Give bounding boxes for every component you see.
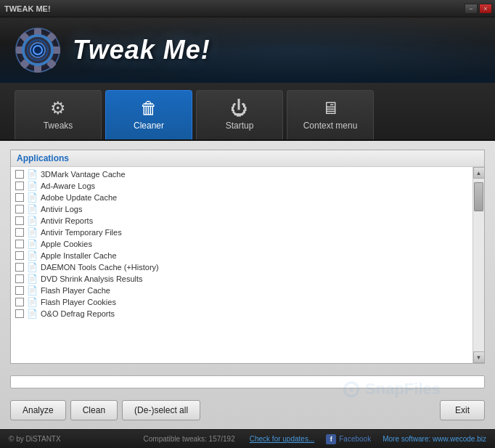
list-item-icon: 📄 — [27, 285, 38, 296]
list-checkbox[interactable] — [15, 274, 24, 283]
list-item-icon: 📄 — [27, 216, 38, 226]
list-item-label: Adobe Update Cache — [41, 193, 117, 202]
minimize-button[interactable]: − — [465, 4, 478, 14]
list-item-icon: 📄 — [27, 192, 38, 203]
list-item-icon: 📄 — [27, 204, 38, 214]
list-item[interactable]: 📄 Antivir Temporary Files — [11, 227, 472, 238]
list-checkbox[interactable] — [15, 298, 24, 306]
list-item[interactable]: 📄 Antivir Logs — [11, 203, 472, 215]
list-item[interactable]: 📄 Apple Cookies — [11, 238, 472, 250]
list-content[interactable]: 📄 3DMark Vantage Cache 📄 Ad-Aware Logs 📄… — [11, 167, 472, 363]
footer: © by DiSTANTX Compatible tweaks: 157/192… — [0, 429, 495, 448]
analyze-button[interactable]: Analyze — [10, 400, 66, 420]
list-item-label: O&O Defrag Reports — [41, 309, 115, 318]
tab-startup[interactable]: ⏻ Startup — [196, 90, 283, 139]
check-updates-link[interactable]: Check for updates... — [250, 435, 315, 443]
list-checkbox[interactable] — [15, 263, 24, 272]
list-item-label: Flash Player Cookies — [41, 298, 116, 306]
list-item[interactable]: 📄 Ad-Aware Logs — [11, 180, 472, 192]
list-item-label: Antivir Temporary Files — [41, 228, 122, 237]
list-item[interactable]: 📄 DAEMON Tools Cache (+History) — [11, 261, 472, 273]
scrollbar[interactable]: ▲ ▼ — [472, 167, 484, 363]
app-title: Tweak Me! — [73, 35, 210, 65]
scroll-track[interactable] — [473, 179, 484, 351]
list-item-icon: 📄 — [27, 274, 38, 284]
titlebar-title: TWEAK ME! — [4, 4, 51, 13]
list-item-icon: 📄 — [27, 227, 38, 237]
list-item[interactable]: 📄 Antivir Reports — [11, 215, 472, 227]
list-area: 📄 3DMark Vantage Cache 📄 Ad-Aware Logs 📄… — [11, 167, 484, 363]
list-checkbox[interactable] — [15, 240, 24, 248]
list-item[interactable]: 📄 3DMark Vantage Cache — [11, 168, 472, 180]
tab-context-menu[interactable]: 🖥 Context menu — [287, 90, 374, 139]
action-buttons: Analyze Clean (De-)select all Exit — [10, 400, 485, 420]
scroll-up-button[interactable]: ▲ — [473, 167, 485, 179]
scroll-thumb[interactable] — [474, 182, 483, 211]
list-item-icon: 📄 — [27, 251, 38, 261]
list-item-icon: 📄 — [27, 309, 38, 319]
list-checkbox[interactable] — [15, 170, 24, 179]
facebook-icon: f — [326, 434, 336, 444]
section-header: Applications — [11, 150, 484, 167]
list-item-label: Apple Installer Cache — [41, 251, 117, 260]
list-item-icon: 📄 — [27, 181, 38, 191]
list-checkbox[interactable] — [15, 205, 24, 213]
list-checkbox[interactable] — [15, 286, 24, 295]
facebook-label: Facebook — [339, 435, 371, 443]
tab-cleaner[interactable]: 🗑 Cleaner — [105, 90, 192, 139]
startup-icon: ⏻ — [231, 99, 248, 117]
titlebar: TWEAK ME! − × — [0, 0, 495, 17]
list-item-icon: 📄 — [27, 262, 38, 272]
deselect-all-button[interactable]: (De-)select all — [122, 400, 200, 420]
list-item[interactable]: 📄 DVD Shrink Analysis Results — [11, 273, 472, 285]
main-content: Applications 📄 3DMark Vantage Cache 📄 Ad… — [0, 141, 495, 429]
tweaks-icon: ⚙ — [50, 99, 66, 117]
list-item[interactable]: 📄 O&O Defrag Reports — [11, 308, 472, 319]
app-logo — [15, 27, 62, 74]
exit-button[interactable]: Exit — [440, 400, 485, 420]
tab-tweaks-label: Tweaks — [44, 121, 73, 131]
close-button[interactable]: × — [479, 4, 492, 14]
list-checkbox[interactable] — [15, 182, 24, 190]
list-item[interactable]: 📄 Apple Installer Cache — [11, 250, 472, 261]
titlebar-controls: − × — [465, 4, 492, 14]
list-item-label: Antivir Logs — [41, 205, 82, 213]
list-item-label: Flash Player Cache — [41, 286, 110, 295]
applications-section: Applications 📄 3DMark Vantage Cache 📄 Ad… — [10, 150, 485, 364]
list-item-icon: 📄 — [27, 169, 38, 179]
list-item[interactable]: 📄 Flash Player Cache — [11, 285, 472, 296]
list-item-label: DAEMON Tools Cache (+History) — [41, 263, 159, 272]
scroll-down-button[interactable]: ▼ — [473, 351, 485, 363]
list-checkbox[interactable] — [15, 309, 24, 318]
tab-cleaner-label: Cleaner — [134, 121, 164, 131]
tab-tweaks[interactable]: ⚙ Tweaks — [15, 90, 102, 139]
progress-section — [10, 375, 485, 388]
list-item[interactable]: 📄 Flash Player Cookies — [11, 296, 472, 308]
footer-compat: Compatible tweaks: 157/192 — [144, 435, 235, 443]
footer-credit: © by DiSTANTX — [9, 435, 61, 443]
progress-bar — [10, 375, 485, 388]
list-checkbox[interactable] — [15, 216, 24, 225]
list-item-icon: 📄 — [27, 297, 38, 307]
cleaner-icon: 🗑 — [140, 99, 158, 117]
list-checkbox[interactable] — [15, 228, 24, 237]
list-item-label: Ad-Aware Logs — [41, 182, 95, 190]
list-checkbox[interactable] — [15, 193, 24, 202]
nav-tabs: ⚙ Tweaks 🗑 Cleaner ⏻ Startup 🖥 Context m… — [0, 83, 495, 141]
tab-startup-label: Startup — [226, 121, 254, 131]
tab-context-menu-label: Context menu — [303, 121, 358, 131]
clean-button[interactable]: Clean — [70, 400, 118, 420]
app-header: Tweak Me! — [0, 17, 495, 83]
list-item-label: Antivir Reports — [41, 216, 93, 225]
list-item-label: 3DMark Vantage Cache — [41, 170, 126, 179]
facebook-link[interactable]: f Facebook — [326, 434, 371, 444]
list-item[interactable]: 📄 Adobe Update Cache — [11, 192, 472, 203]
list-item-label: Apple Cookies — [41, 240, 92, 248]
list-item-label: DVD Shrink Analysis Results — [41, 274, 143, 283]
list-checkbox[interactable] — [15, 251, 24, 260]
context-menu-icon: 🖥 — [322, 99, 339, 117]
more-software-link[interactable]: More software: www.wecode.biz — [382, 435, 486, 443]
list-item-icon: 📄 — [27, 239, 38, 249]
